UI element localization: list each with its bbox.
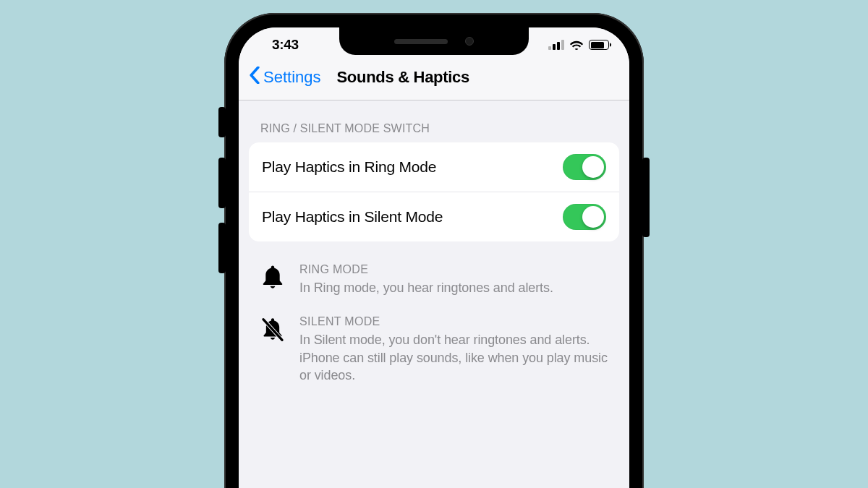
status-time: 3:43 xyxy=(272,37,299,53)
bell-slash-icon xyxy=(260,315,285,384)
notch xyxy=(339,27,529,55)
row-haptics-silent-mode: Play Haptics in Silent Mode xyxy=(249,192,619,241)
section-header: RING / SILENT MODE SWITCH xyxy=(239,100,629,142)
info-silent-mode: SILENT MODE In Silent mode, you don't he… xyxy=(239,296,629,384)
power-button[interactable] xyxy=(642,158,650,237)
toggle-haptics-ring-mode[interactable] xyxy=(563,154,606,180)
info-heading: RING MODE xyxy=(299,263,553,276)
settings-group: Play Haptics in Ring Mode Play Haptics i… xyxy=(249,142,619,241)
row-haptics-ring-mode: Play Haptics in Ring Mode xyxy=(249,142,619,192)
row-label: Play Haptics in Ring Mode xyxy=(262,158,436,176)
chevron-left-icon xyxy=(249,67,260,88)
back-button[interactable]: Settings xyxy=(249,67,321,88)
cellular-signal-icon xyxy=(548,40,564,50)
info-body: In Ring mode, you hear ringtones and ale… xyxy=(299,279,553,296)
front-camera xyxy=(465,37,474,46)
info-body: In Silent mode, you don't hear ringtones… xyxy=(299,331,608,384)
page-title: Sounds & Haptics xyxy=(337,68,469,87)
volume-up-button[interactable] xyxy=(218,158,226,208)
toggle-knob xyxy=(582,156,604,178)
content[interactable]: RING / SILENT MODE SWITCH Play Haptics i… xyxy=(239,100,629,384)
phone-frame: 3:43 Settings Sounds & Haptics xyxy=(224,13,644,488)
mute-switch[interactable] xyxy=(218,107,226,137)
navigation-bar: Settings Sounds & Haptics xyxy=(239,62,629,100)
wifi-icon xyxy=(569,40,584,51)
screen: 3:43 Settings Sounds & Haptics xyxy=(239,27,629,488)
volume-down-button[interactable] xyxy=(218,223,226,273)
row-label: Play Haptics in Silent Mode xyxy=(262,208,443,226)
speaker-grille xyxy=(394,39,448,44)
info-ring-mode: RING MODE In Ring mode, you hear rington… xyxy=(239,241,629,296)
toggle-knob xyxy=(582,206,604,228)
info-heading: SILENT MODE xyxy=(299,315,608,328)
battery-icon xyxy=(589,40,609,50)
back-label: Settings xyxy=(263,68,321,87)
bell-icon xyxy=(260,263,285,296)
status-icons xyxy=(548,40,609,51)
toggle-haptics-silent-mode[interactable] xyxy=(563,204,606,230)
